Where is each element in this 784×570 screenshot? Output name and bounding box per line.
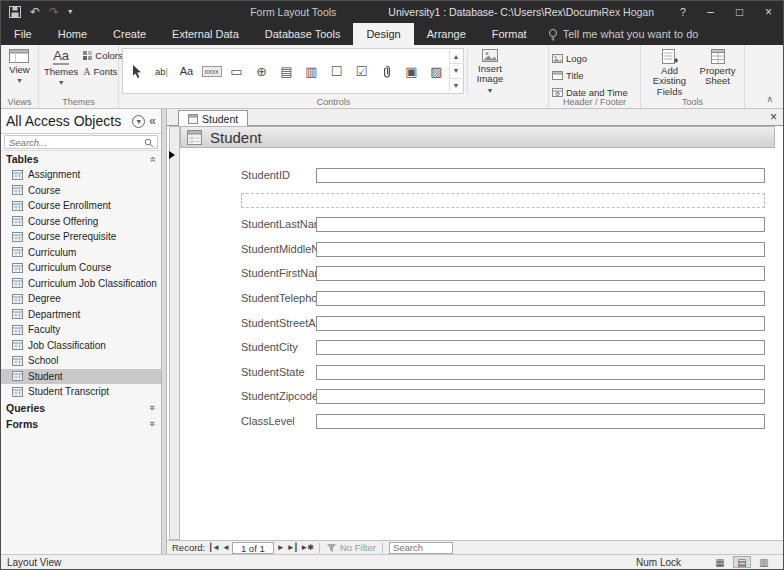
field-input-studentcity[interactable] bbox=[316, 340, 765, 355]
add-existing-fields-button[interactable]: Add Existing Fields bbox=[645, 48, 695, 98]
search-input[interactable] bbox=[4, 135, 158, 149]
status-layout-view-icon[interactable]: ▤ bbox=[733, 556, 751, 568]
select-icon[interactable] bbox=[124, 51, 149, 91]
title-button[interactable]: Title bbox=[552, 68, 628, 82]
nav-item-course-offering[interactable]: Course Offering bbox=[1, 214, 161, 230]
user-name[interactable]: Rex Hogan bbox=[601, 6, 654, 18]
attachment-icon[interactable] bbox=[374, 51, 399, 91]
field-input-studenttelephonenumber[interactable] bbox=[316, 291, 765, 306]
tab-student[interactable]: Student bbox=[178, 110, 248, 126]
button-icon[interactable]: xxxx bbox=[199, 51, 224, 91]
new-record-icon[interactable]: ►✱ bbox=[300, 543, 313, 552]
qat-customize-icon[interactable]: ▾ bbox=[68, 8, 72, 16]
web-browser-control-icon[interactable]: ▤ bbox=[274, 51, 299, 91]
help-icon[interactable]: ? bbox=[670, 6, 696, 18]
nav-item-student[interactable]: Student bbox=[1, 369, 161, 385]
undo-icon[interactable]: ↶ bbox=[30, 6, 40, 18]
subform-icon[interactable]: ▣ bbox=[399, 51, 424, 91]
close-document-icon[interactable]: × bbox=[770, 111, 777, 123]
navigation-control-icon[interactable]: ▥ bbox=[299, 51, 324, 91]
record-selector-bar[interactable] bbox=[169, 126, 180, 540]
filter-indicator[interactable]: No Filter bbox=[326, 542, 376, 553]
shutter-close-icon[interactable]: « bbox=[149, 114, 156, 128]
insert-image-button[interactable]: Insert Image ▼ bbox=[471, 48, 509, 95]
record-search-input[interactable] bbox=[389, 542, 453, 554]
field-input-studentstate[interactable] bbox=[316, 365, 765, 380]
nav-section-forms[interactable]: Forms » bbox=[1, 416, 161, 432]
field-label-studentzipcode[interactable]: StudentZipcode bbox=[241, 390, 318, 402]
nav-item-course-enrollment[interactable]: Course Enrollment bbox=[1, 198, 161, 214]
next-record-icon[interactable]: ► bbox=[277, 543, 284, 552]
nav-section-tables[interactable]: Tables » bbox=[1, 151, 161, 167]
nav-item-department[interactable]: Department bbox=[1, 307, 161, 323]
first-record-icon[interactable]: ┃◄ bbox=[208, 543, 219, 552]
nav-item-course-prerequisite[interactable]: Course Prerequisite bbox=[1, 229, 161, 245]
tell-me-box[interactable]: Tell me what you want to do bbox=[548, 23, 699, 45]
field-input-studentlastname[interactable] bbox=[316, 217, 765, 232]
nav-item-job-classification[interactable]: Job Classification bbox=[1, 338, 161, 354]
close-button[interactable]: × bbox=[754, 1, 783, 23]
minimize-button[interactable]: – bbox=[696, 1, 725, 23]
table-icon bbox=[12, 356, 23, 366]
gallery-scroll-down-icon[interactable]: ▼ bbox=[450, 63, 462, 77]
save-icon[interactable] bbox=[9, 6, 21, 18]
gallery-scroll-up-icon[interactable]: ▲ bbox=[450, 50, 462, 63]
nav-item-curriculum-job-classification[interactable]: Curriculum Job Classification bbox=[1, 276, 161, 292]
ribbon-tab-design[interactable]: Design bbox=[353, 23, 413, 45]
nav-item-faculty[interactable]: Faculty bbox=[1, 322, 161, 338]
field-input-classlevel[interactable] bbox=[316, 414, 765, 429]
ribbon-tab-database-tools[interactable]: Database Tools bbox=[252, 23, 354, 45]
label-icon[interactable]: Aa bbox=[174, 51, 199, 91]
maximize-button[interactable]: □ bbox=[725, 1, 754, 23]
ribbon-tab-format[interactable]: Format bbox=[479, 23, 540, 45]
themes-button[interactable]: Aa Themes ▼ bbox=[42, 48, 80, 87]
text-box-icon[interactable]: ab| bbox=[149, 51, 174, 91]
nav-item-assignment[interactable]: Assignment bbox=[1, 167, 161, 183]
field-label-studentcity[interactable]: StudentCity bbox=[241, 341, 298, 353]
view-button[interactable]: View ▼ bbox=[7, 48, 31, 85]
collapse-ribbon-icon[interactable]: ∧ bbox=[766, 94, 773, 104]
redo-icon[interactable]: ↷ bbox=[49, 6, 59, 18]
field-label-studentid[interactable]: StudentID bbox=[241, 169, 290, 181]
ribbon-tab-home[interactable]: Home bbox=[45, 23, 100, 45]
gallery-more-icon[interactable]: ▼ bbox=[450, 78, 462, 92]
empty-control[interactable] bbox=[241, 193, 765, 208]
status-form-view-icon[interactable]: ▦ bbox=[711, 556, 729, 568]
ribbon-tab-arrange[interactable]: Arrange bbox=[414, 23, 479, 45]
nav-section-queries[interactable]: Queries » bbox=[1, 400, 161, 416]
field-input-studentstreetaddr[interactable] bbox=[316, 316, 765, 331]
field-input-studentfirstname[interactable] bbox=[316, 266, 765, 281]
property-sheet-button[interactable]: Property Sheet bbox=[695, 48, 741, 88]
logo-button[interactable]: Logo bbox=[552, 51, 628, 65]
field-label-studentstate[interactable]: StudentState bbox=[241, 366, 305, 378]
chevron-up-icon: » bbox=[148, 156, 159, 162]
nav-item-curriculum[interactable]: Curriculum bbox=[1, 245, 161, 261]
ribbon-tab-file[interactable]: File bbox=[1, 23, 45, 45]
nav-item-school[interactable]: School bbox=[1, 353, 161, 369]
previous-record-icon[interactable]: ◄ bbox=[222, 543, 229, 552]
image-icon[interactable]: ▨ bbox=[424, 51, 449, 91]
nav-item-student-transcript[interactable]: Student Transcript bbox=[1, 384, 161, 400]
logo-icon bbox=[552, 54, 563, 63]
form-header[interactable]: Student bbox=[180, 126, 775, 148]
status-design-view-icon[interactable]: ▥ bbox=[755, 556, 773, 568]
form-field-row: StudentMiddleName bbox=[180, 239, 775, 264]
ribbon-tab-external-data[interactable]: External Data bbox=[159, 23, 252, 45]
nav-pane-header[interactable]: All Access Objects ▼ « bbox=[1, 109, 161, 134]
current-record-arrow-icon bbox=[169, 151, 175, 159]
last-record-icon[interactable]: ►┃ bbox=[287, 543, 298, 552]
nav-item-curriculum-course[interactable]: Curriculum Course bbox=[1, 260, 161, 276]
nav-item-degree[interactable]: Degree bbox=[1, 291, 161, 307]
field-input-studentzipcode[interactable] bbox=[316, 389, 765, 404]
field-input-studentid[interactable] bbox=[316, 168, 765, 183]
nav-item-label: School bbox=[28, 355, 59, 366]
tab-control-icon[interactable]: ▭ bbox=[224, 51, 249, 91]
field-label-classlevel[interactable]: ClassLevel bbox=[241, 415, 295, 427]
check-box-icon[interactable]: ☑ bbox=[349, 51, 374, 91]
field-input-studentmiddlename[interactable] bbox=[316, 242, 765, 257]
nav-item-course[interactable]: Course bbox=[1, 183, 161, 199]
hyperlink-icon[interactable]: ⊕ bbox=[249, 51, 274, 91]
option-group-icon[interactable]: ☐ bbox=[324, 51, 349, 91]
ribbon-tab-create[interactable]: Create bbox=[100, 23, 159, 45]
nav-pane-menu-icon[interactable]: ▼ bbox=[132, 115, 145, 128]
